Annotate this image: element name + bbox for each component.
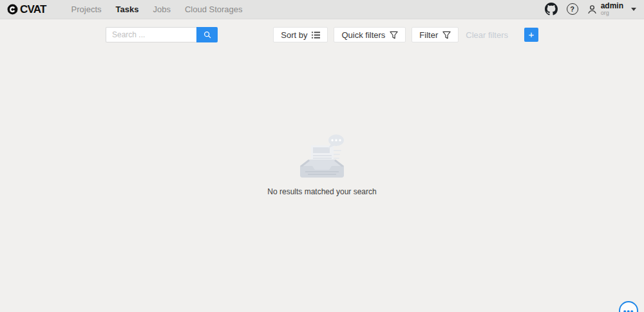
- list-sort-icon: [312, 31, 320, 39]
- filter-label: Filter: [419, 30, 438, 40]
- help-icon[interactable]: ?: [565, 2, 580, 16]
- filter-controls: Sort by Quick filters Fil: [273, 27, 538, 42]
- empty-state: No results matched your search: [0, 133, 644, 196]
- sort-by-label: Sort by: [281, 30, 307, 40]
- search-group: [106, 27, 218, 42]
- header-right-section: ? admin org: [544, 2, 636, 17]
- cvat-logo[interactable]: CVAT: [6, 3, 46, 16]
- main-nav: Projects Tasks Jobs Cloud Storages: [64, 5, 250, 14]
- ellipsis-icon: •••: [620, 308, 637, 312]
- nav-item-cloud-storages[interactable]: Cloud Storages: [178, 5, 250, 14]
- filter-button[interactable]: Filter: [412, 27, 459, 42]
- search-button[interactable]: [196, 27, 218, 42]
- top-navigation-bar: CVAT Projects Tasks Jobs Cloud Storages …: [0, 0, 644, 19]
- user-names: admin org: [601, 2, 623, 17]
- user-icon: [587, 4, 598, 15]
- cvat-logo-icon: [6, 3, 19, 15]
- sort-by-button[interactable]: Sort by: [273, 27, 328, 42]
- funnel-icon: [390, 31, 398, 39]
- search-icon: [203, 30, 212, 39]
- quick-filters-label: Quick filters: [341, 30, 385, 40]
- quick-filters-button[interactable]: Quick filters: [334, 27, 406, 42]
- chevron-down-icon: [631, 8, 636, 11]
- empty-state-message: No results matched your search: [267, 187, 376, 196]
- nav-item-tasks[interactable]: Tasks: [109, 5, 146, 14]
- organization-label: org: [601, 10, 623, 17]
- github-icon[interactable]: [544, 2, 558, 16]
- add-task-button[interactable]: +: [524, 28, 538, 42]
- search-input[interactable]: [106, 27, 196, 42]
- cvat-logo-text: CVAT: [20, 3, 46, 16]
- nav-item-projects[interactable]: Projects: [64, 5, 109, 14]
- funnel-icon: [442, 31, 451, 39]
- feedback-widget-button[interactable]: •••: [619, 301, 638, 312]
- clear-filters-link[interactable]: Clear filters: [466, 30, 508, 40]
- help-question-glyph: ?: [567, 3, 578, 15]
- empty-inbox-icon: [294, 133, 350, 179]
- nav-item-jobs[interactable]: Jobs: [146, 5, 177, 14]
- user-menu[interactable]: admin org: [587, 2, 636, 17]
- tasks-toolbar: Sort by Quick filters Fil: [106, 27, 538, 42]
